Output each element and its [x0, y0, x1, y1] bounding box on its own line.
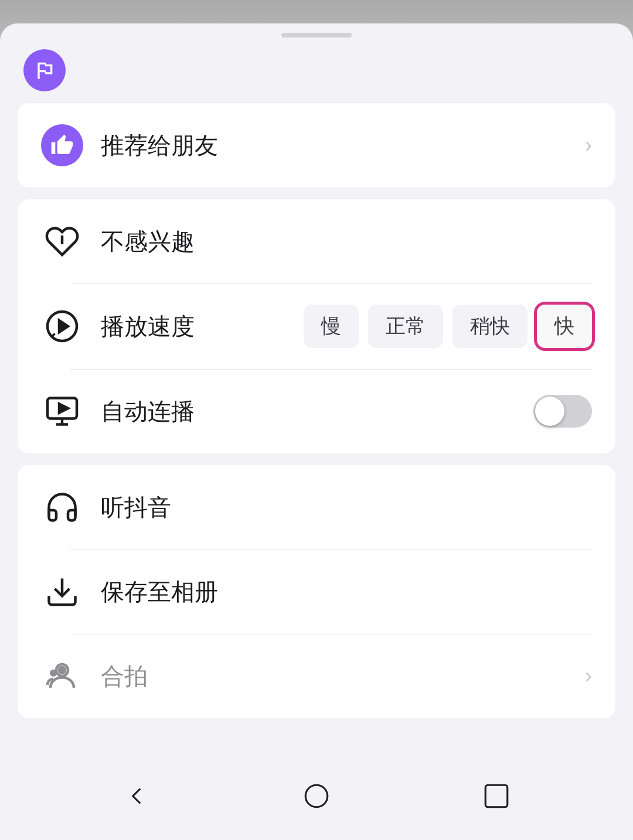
avatar-row	[0, 37, 633, 103]
collab-chevron: ›	[585, 664, 592, 688]
avatar	[23, 49, 66, 91]
not-interested-label: 不感兴趣	[101, 226, 592, 258]
save-item[interactable]: 保存至相册	[18, 549, 615, 634]
svg-line-3	[52, 334, 55, 337]
speed-normal-button[interactable]: 正常	[368, 305, 443, 348]
playback-speed-item: 播放速度 慢 正常 稍快 快	[18, 284, 615, 369]
speed-controls: 慢 正常 稍快 快	[304, 305, 592, 348]
thumb-up-icon-wrap	[41, 124, 83, 166]
download-icon	[41, 571, 83, 613]
save-label: 保存至相册	[101, 576, 592, 608]
svg-marker-5	[59, 404, 68, 413]
drag-handle[interactable]	[281, 33, 352, 37]
thumb-up-icon	[50, 134, 74, 157]
svg-rect-11	[485, 785, 508, 807]
svg-point-8	[59, 667, 65, 673]
recommend-item[interactable]: 推荐给朋友 ›	[18, 103, 615, 187]
toggle-thumb	[535, 397, 564, 426]
headphone-icon	[41, 486, 83, 528]
nav-home-button[interactable]	[296, 776, 337, 817]
middle-card: 不感兴趣 播放速度 慢 正常 稍快 快	[18, 199, 615, 453]
speed-slow-button[interactable]: 慢	[304, 305, 359, 348]
recommend-label: 推荐给朋友	[101, 129, 585, 162]
speed-fast-button[interactable]: 快	[537, 305, 592, 348]
listen-label: 听抖音	[101, 491, 592, 524]
playback-speed-icon	[41, 305, 83, 347]
autoplay-label: 自动连播	[101, 395, 533, 428]
collab-icon	[41, 655, 83, 697]
collab-item[interactable]: 合拍 ›	[18, 634, 615, 718]
listen-item[interactable]: 听抖音	[18, 465, 615, 549]
autoplay-toggle[interactable]	[533, 395, 592, 428]
heart-broken-icon	[41, 220, 83, 262]
speed-slightly-fast-button[interactable]: 稍快	[452, 305, 528, 348]
nav-recent-button[interactable]	[476, 776, 517, 817]
bottom-card: 听抖音 保存至相册	[18, 465, 615, 718]
nav-back-button[interactable]	[116, 776, 157, 817]
autoplay-icon	[41, 390, 83, 432]
svg-point-9	[51, 671, 56, 675]
recommend-card: 推荐给朋友 ›	[18, 103, 615, 187]
bottom-sheet: 推荐给朋友 › 不感兴趣 播放速度	[0, 23, 633, 840]
svg-point-10	[305, 785, 328, 807]
autoplay-item[interactable]: 自动连播	[18, 369, 615, 453]
collab-label: 合拍	[101, 660, 585, 692]
not-interested-item[interactable]: 不感兴趣	[18, 199, 615, 284]
recommend-chevron: ›	[585, 133, 592, 158]
navigation-bar	[0, 764, 633, 840]
playback-speed-label: 播放速度	[101, 310, 304, 343]
svg-marker-2	[59, 320, 68, 332]
